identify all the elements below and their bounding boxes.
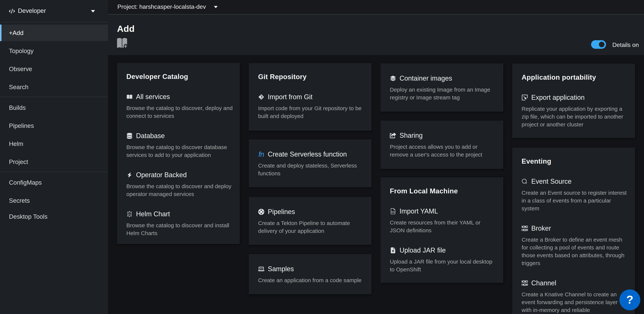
svg-text:HELM: HELM: [128, 213, 132, 215]
